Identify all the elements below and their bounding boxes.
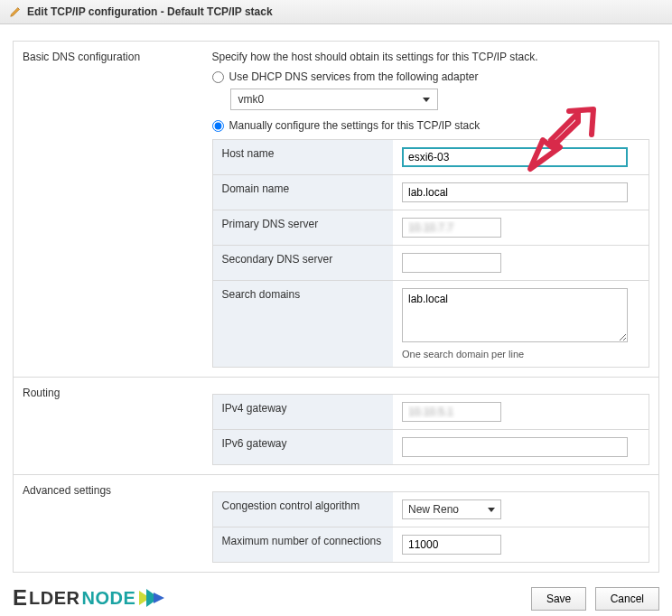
host-name-input[interactable] [402,147,628,167]
radio-manual-input[interactable] [212,120,224,132]
adapter-dropdown[interactable]: vmk0 [230,89,438,110]
domain-name-label: Domain name [212,175,393,210]
ipv4-gw-input[interactable] [402,402,501,422]
radio-manual[interactable]: Manually configure the settings for this… [212,119,650,132]
section-routing-label: Routing [14,378,203,475]
primary-dns-input[interactable] [402,218,501,238]
advanced-fields-table: Congestion control algorithm New Reno Ma… [212,491,650,563]
secondary-dns-input[interactable] [402,253,501,273]
radio-dhcp-input[interactable] [212,71,224,83]
radio-dhcp[interactable]: Use DHCP DNS services from the following… [212,70,650,83]
secondary-dns-label: Secondary DNS server [212,246,393,281]
adapter-value: vmk0 [238,93,265,106]
maxconn-input[interactable] [402,535,501,555]
maxconn-label: Maximum number of connections [212,527,393,563]
cancel-button[interactable]: Cancel [595,587,659,611]
dialog-titlebar: Edit TCP/IP configuration - Default TCP/… [0,0,672,24]
caret-down-icon [488,508,495,512]
svg-marker-2 [154,593,164,603]
radio-dhcp-label: Use DHCP DNS services from the following… [229,70,479,83]
caret-down-icon [423,98,430,102]
config-sections-table: Basic DNS configuration Specify how the … [13,41,659,573]
dns-fields-table: Host name Domain name Primary DNS server [212,139,650,368]
section-dns-label: Basic DNS configuration [14,42,203,378]
section-advanced-label: Advanced settings [14,475,203,573]
brand-e: E [13,585,27,611]
domain-name-input[interactable] [402,182,628,202]
search-domains-label: Search domains [212,281,393,368]
brand-logo: E LDER NODE [13,585,164,611]
brand-node: NODE [81,588,135,609]
ipv4-gw-label: IPv4 gateway [212,395,393,430]
congestion-label: Congestion control algorithm [212,492,393,527]
ipv6-gw-input[interactable] [402,437,628,457]
congestion-select[interactable]: New Reno [402,499,501,519]
search-domains-hint: One search domain per line [402,349,639,359]
primary-dns-label: Primary DNS server [212,210,393,246]
brand-lder: LDER [29,588,79,609]
brand-triangles-icon [137,587,164,609]
routing-fields-table: IPv4 gateway IPv6 gateway [212,394,650,465]
host-name-label: Host name [212,140,393,175]
search-domains-input[interactable]: lab.local [402,288,628,342]
radio-manual-label: Manually configure the settings for this… [229,119,481,132]
save-button[interactable]: Save [531,587,586,611]
dns-instruction: Specify how the host should obtain its s… [212,51,650,63]
ipv6-gw-label: IPv6 gateway [212,430,393,465]
pencil-icon [9,5,22,18]
dialog-title: Edit TCP/IP configuration - Default TCP/… [27,5,273,18]
congestion-value: New Reno [408,503,459,516]
